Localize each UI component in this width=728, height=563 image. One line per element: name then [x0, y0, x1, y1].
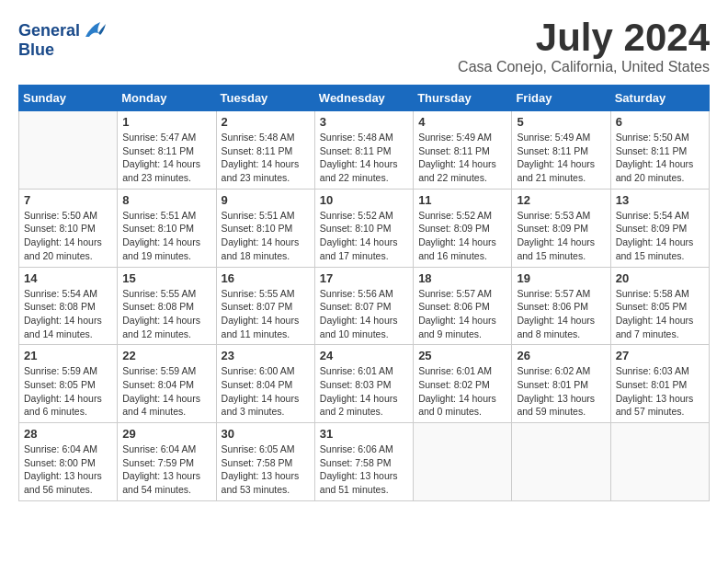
calendar-cell: 6Sunrise: 5:50 AM Sunset: 8:11 PM Daylig…	[610, 111, 709, 190]
day-info: Sunrise: 5:57 AM Sunset: 8:06 PM Dayligh…	[517, 287, 605, 341]
weekday-header: Sunday	[19, 86, 118, 111]
calendar-cell: 19Sunrise: 5:57 AM Sunset: 8:06 PM Dayli…	[512, 267, 610, 345]
calendar-cell: 15Sunrise: 5:55 AM Sunset: 8:08 PM Dayli…	[118, 267, 216, 345]
logo: General Blue	[18, 18, 108, 60]
day-number: 6	[616, 115, 704, 129]
day-info: Sunrise: 6:03 AM Sunset: 8:01 PM Dayligh…	[616, 364, 704, 419]
calendar-cell: 24Sunrise: 6:01 AM Sunset: 8:03 PM Dayli…	[314, 345, 413, 423]
calendar-cell: 26Sunrise: 6:02 AM Sunset: 8:01 PM Dayli…	[512, 345, 610, 423]
calendar-cell: 27Sunrise: 6:03 AM Sunset: 8:01 PM Dayli…	[610, 345, 709, 423]
calendar-cell: 16Sunrise: 5:55 AM Sunset: 8:07 PM Dayli…	[216, 267, 314, 345]
calendar-cell: 9Sunrise: 5:51 AM Sunset: 8:10 PM Daylig…	[216, 189, 314, 267]
day-info: Sunrise: 5:48 AM Sunset: 8:11 PM Dayligh…	[320, 131, 408, 185]
weekday-header: Thursday	[414, 86, 512, 111]
location: Casa Conejo, California, United States	[458, 59, 710, 75]
calendar-cell: 30Sunrise: 6:05 AM Sunset: 7:58 PM Dayli…	[216, 423, 314, 501]
day-number: 3	[320, 115, 408, 129]
weekday-header: Saturday	[610, 86, 709, 111]
day-info: Sunrise: 5:52 AM Sunset: 8:09 PM Dayligh…	[418, 209, 506, 263]
day-number: 15	[122, 271, 210, 285]
day-number: 8	[122, 193, 210, 207]
page-header: General Blue July 2024 Casa Conejo, Cali…	[18, 18, 710, 75]
day-info: Sunrise: 6:01 AM Sunset: 8:03 PM Dayligh…	[320, 364, 408, 419]
day-info: Sunrise: 5:54 AM Sunset: 8:09 PM Dayligh…	[616, 209, 704, 263]
calendar-cell: 17Sunrise: 5:56 AM Sunset: 8:07 PM Dayli…	[314, 267, 413, 345]
calendar-cell: 4Sunrise: 5:49 AM Sunset: 8:11 PM Daylig…	[414, 111, 512, 190]
calendar-cell: 5Sunrise: 5:49 AM Sunset: 8:11 PM Daylig…	[512, 111, 610, 190]
day-number: 28	[24, 427, 112, 441]
day-info: Sunrise: 5:59 AM Sunset: 8:04 PM Dayligh…	[122, 364, 210, 419]
day-info: Sunrise: 5:56 AM Sunset: 8:07 PM Dayligh…	[320, 287, 408, 341]
day-number: 16	[222, 271, 310, 285]
day-info: Sunrise: 5:50 AM Sunset: 8:11 PM Dayligh…	[616, 131, 704, 185]
day-info: Sunrise: 5:52 AM Sunset: 8:10 PM Dayligh…	[320, 209, 408, 263]
day-info: Sunrise: 6:05 AM Sunset: 7:58 PM Dayligh…	[222, 442, 310, 497]
calendar-cell	[610, 423, 709, 501]
day-info: Sunrise: 5:58 AM Sunset: 8:05 PM Dayligh…	[616, 287, 704, 341]
day-number: 4	[418, 115, 506, 129]
calendar-cell: 2Sunrise: 5:48 AM Sunset: 8:11 PM Daylig…	[216, 111, 314, 190]
day-number: 22	[122, 349, 210, 362]
calendar-cell: 3Sunrise: 5:48 AM Sunset: 8:11 PM Daylig…	[314, 111, 413, 190]
calendar-cell: 10Sunrise: 5:52 AM Sunset: 8:10 PM Dayli…	[314, 189, 413, 267]
day-number: 26	[517, 349, 605, 362]
calendar-cell: 7Sunrise: 5:50 AM Sunset: 8:10 PM Daylig…	[19, 189, 118, 267]
day-info: Sunrise: 5:55 AM Sunset: 8:08 PM Dayligh…	[122, 287, 210, 341]
day-info: Sunrise: 5:51 AM Sunset: 8:10 PM Dayligh…	[122, 209, 210, 263]
calendar-cell: 23Sunrise: 6:00 AM Sunset: 8:04 PM Dayli…	[216, 345, 314, 423]
weekday-header: Friday	[512, 86, 610, 111]
month-title: July 2024	[458, 18, 710, 57]
day-number: 14	[24, 271, 112, 285]
calendar-cell: 11Sunrise: 5:52 AM Sunset: 8:09 PM Dayli…	[414, 189, 512, 267]
calendar-cell: 18Sunrise: 5:57 AM Sunset: 8:06 PM Dayli…	[414, 267, 512, 345]
calendar-cell: 29Sunrise: 6:04 AM Sunset: 7:59 PM Dayli…	[118, 423, 216, 501]
calendar-week-row: 14Sunrise: 5:54 AM Sunset: 8:08 PM Dayli…	[19, 267, 710, 345]
day-info: Sunrise: 5:47 AM Sunset: 8:11 PM Dayligh…	[122, 131, 210, 185]
logo-bird-icon	[82, 18, 108, 44]
day-number: 10	[320, 193, 408, 207]
calendar-cell	[19, 111, 118, 190]
weekday-header: Monday	[118, 86, 216, 111]
day-info: Sunrise: 5:55 AM Sunset: 8:07 PM Dayligh…	[222, 287, 310, 341]
day-info: Sunrise: 6:00 AM Sunset: 8:04 PM Dayligh…	[222, 364, 310, 419]
day-number: 17	[320, 271, 408, 285]
day-number: 7	[24, 193, 112, 207]
day-info: Sunrise: 5:50 AM Sunset: 8:10 PM Dayligh…	[24, 209, 112, 263]
day-number: 21	[24, 349, 112, 362]
day-number: 29	[122, 427, 210, 441]
day-number: 25	[418, 349, 506, 362]
day-info: Sunrise: 6:01 AM Sunset: 8:02 PM Dayligh…	[418, 364, 506, 419]
day-number: 30	[222, 427, 310, 441]
weekday-header: Tuesday	[216, 86, 314, 111]
day-number: 24	[320, 349, 408, 362]
day-info: Sunrise: 5:57 AM Sunset: 8:06 PM Dayligh…	[418, 287, 506, 341]
calendar-cell: 25Sunrise: 6:01 AM Sunset: 8:02 PM Dayli…	[414, 345, 512, 423]
calendar-cell: 8Sunrise: 5:51 AM Sunset: 8:10 PM Daylig…	[118, 189, 216, 267]
day-number: 5	[517, 115, 605, 129]
calendar-cell: 21Sunrise: 5:59 AM Sunset: 8:05 PM Dayli…	[19, 345, 118, 423]
calendar-cell	[414, 423, 512, 501]
title-area: July 2024 Casa Conejo, California, Unite…	[458, 18, 710, 75]
day-number: 11	[418, 193, 506, 207]
calendar-cell: 22Sunrise: 5:59 AM Sunset: 8:04 PM Dayli…	[118, 345, 216, 423]
day-info: Sunrise: 6:04 AM Sunset: 7:59 PM Dayligh…	[122, 442, 210, 497]
weekday-header-row: SundayMondayTuesdayWednesdayThursdayFrid…	[19, 86, 710, 111]
day-number: 1	[122, 115, 210, 129]
calendar-week-row: 28Sunrise: 6:04 AM Sunset: 8:00 PM Dayli…	[19, 423, 710, 501]
calendar-cell: 14Sunrise: 5:54 AM Sunset: 8:08 PM Dayli…	[19, 267, 118, 345]
day-number: 23	[222, 349, 310, 362]
calendar-cell	[512, 423, 610, 501]
calendar-cell: 20Sunrise: 5:58 AM Sunset: 8:05 PM Dayli…	[610, 267, 709, 345]
calendar-week-row: 7Sunrise: 5:50 AM Sunset: 8:10 PM Daylig…	[19, 189, 710, 267]
day-info: Sunrise: 6:06 AM Sunset: 7:58 PM Dayligh…	[320, 442, 408, 497]
day-number: 19	[517, 271, 605, 285]
calendar-week-row: 21Sunrise: 5:59 AM Sunset: 8:05 PM Dayli…	[19, 345, 710, 423]
calendar-cell: 12Sunrise: 5:53 AM Sunset: 8:09 PM Dayli…	[512, 189, 610, 267]
day-number: 13	[616, 193, 704, 207]
day-info: Sunrise: 6:04 AM Sunset: 8:00 PM Dayligh…	[24, 442, 112, 497]
day-info: Sunrise: 5:49 AM Sunset: 8:11 PM Dayligh…	[418, 131, 506, 185]
day-info: Sunrise: 6:02 AM Sunset: 8:01 PM Dayligh…	[517, 364, 605, 419]
day-number: 20	[616, 271, 704, 285]
day-number: 9	[222, 193, 310, 207]
day-info: Sunrise: 5:48 AM Sunset: 8:11 PM Dayligh…	[222, 131, 310, 185]
